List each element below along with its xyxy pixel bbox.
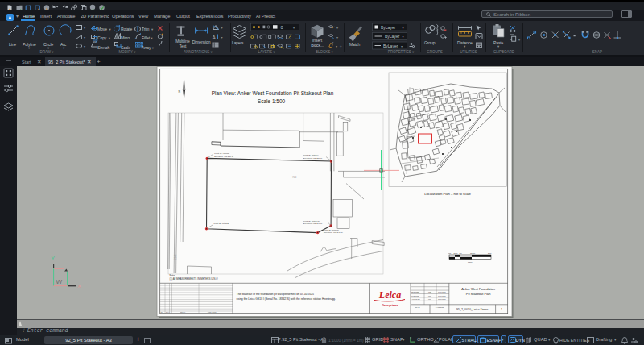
svg-text:Geosystems: Geosystems	[382, 304, 398, 307]
svg-text:SIGNATURE: SIGNATURE	[208, 311, 217, 313]
svg-text:16.10.2025: 16.10.2025	[438, 288, 445, 289]
svg-text:0m: 0m	[448, 252, 451, 254]
svg-text:DATE: DATE	[166, 309, 170, 310]
svg-text:Elevation: 405,241 m: Elevation: 405,241 m	[324, 231, 343, 234]
svg-text:PAGE SIZE: PAGE SIZE	[436, 306, 444, 308]
svg-text:17.10.2025: 17.10.2025	[438, 291, 445, 293]
svg-text:APPROVED: APPROVED	[209, 309, 218, 310]
svg-text:INITIALS: INITIALS	[426, 284, 432, 285]
svg-text:17.10.2025: 17.10.2025	[438, 295, 445, 297]
svg-text:1:500: 1:500	[415, 309, 419, 310]
svg-text:Elevation: 405,246 m: Elevation: 405,246 m	[303, 222, 323, 225]
svg-text:18.10.2025: 18.10.2025	[438, 298, 445, 300]
svg-text:AMEND: AMEND	[179, 309, 184, 310]
svg-text:D-M-Y: D-M-Y	[166, 311, 171, 313]
svg-text:DATE: DATE	[440, 284, 444, 285]
svg-text:Localization Plan – not to sca: Localization Plan – not to scale	[424, 192, 471, 196]
svg-text:2140: 2140	[174, 254, 177, 260]
svg-text:Plan View: Anker West Foundati: Plan View: Anker West Foundation Pit Sta…	[212, 90, 334, 96]
svg-text:Scale 1:500: Scale 1:500	[258, 98, 286, 104]
svg-text:Pit Stakeout Plan: Pit Stakeout Plan	[466, 292, 491, 296]
svg-text:CHECKED: CHECKED	[411, 295, 419, 297]
svg-text:DESIGNED: DESIGNED	[411, 291, 420, 293]
svg-text:Y: Y	[52, 256, 56, 261]
svg-text:Anker West Foundation: Anker West Foundation	[461, 287, 495, 291]
svg-text:95_2_0010_Leica Demo: 95_2_0010_Leica Demo	[456, 308, 488, 311]
svg-text:W: W	[56, 278, 63, 285]
svg-text:Leica: Leica	[378, 289, 401, 301]
svg-text:MW: MW	[428, 298, 431, 300]
svg-text:SCALE: SCALE	[415, 306, 420, 308]
svg-text:Elevation: 405,244 m: Elevation: 405,244 m	[214, 226, 233, 228]
svg-text:744: 744	[292, 176, 297, 179]
svg-text:The stakeout of the foundation: The stakeout of the foundation pit was p…	[237, 293, 314, 296]
svg-text:1:500: 1:500	[468, 261, 473, 263]
svg-text:5m: 5m	[460, 252, 462, 254]
svg-text:APPROVED: APPROVED	[411, 298, 420, 300]
svg-text:DETAIL: DETAIL	[180, 311, 185, 313]
svg-text:using the Leica GS18 I (Serial: using the Leica GS18 I (Serial No. 18342…	[237, 297, 336, 301]
svg-text:A3: A3	[439, 309, 440, 310]
svg-text:X: X	[78, 284, 81, 289]
svg-text:MW: MW	[428, 295, 431, 297]
svg-text:Elevation: 405,230 m: Elevation: 405,230 m	[214, 156, 233, 158]
svg-text:(1) All MEASUREMENTS IN METERS: (1) All MEASUREMENTS IN METERS U.N.O	[170, 277, 219, 281]
svg-text:DESCRIPTION: DESCRIPTION	[411, 284, 423, 285]
svg-text:Elevation: 405,237 m: Elevation: 405,237 m	[303, 157, 323, 160]
svg-text:25m: 25m	[488, 252, 491, 254]
svg-text:SURVEYED: SURVEYED	[411, 288, 420, 289]
svg-text:1: 1	[501, 308, 502, 311]
